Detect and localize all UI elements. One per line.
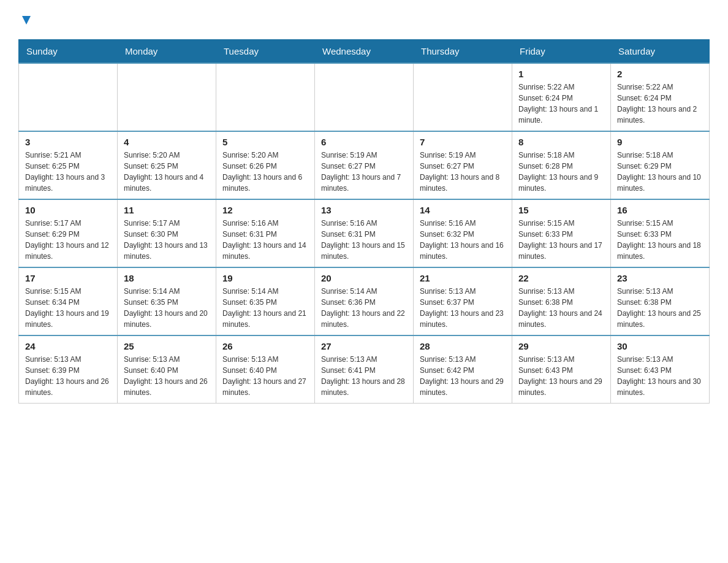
day-info: Sunrise: 5:22 AM Sunset: 6:24 PM Dayligh… — [617, 82, 703, 126]
week-row-3: 10Sunrise: 5:17 AM Sunset: 6:29 PM Dayli… — [19, 199, 710, 267]
day-number: 28 — [420, 341, 506, 351]
week-row-2: 3Sunrise: 5:21 AM Sunset: 6:25 PM Daylig… — [19, 131, 710, 199]
calendar-cell: 17Sunrise: 5:15 AM Sunset: 6:34 PM Dayli… — [19, 267, 118, 335]
day-info: Sunrise: 5:14 AM Sunset: 6:36 PM Dayligh… — [321, 286, 407, 330]
page-header — [18, 12, 710, 27]
day-number: 29 — [518, 341, 604, 351]
day-number: 19 — [222, 273, 308, 283]
day-info: Sunrise: 5:13 AM Sunset: 6:43 PM Dayligh… — [518, 354, 604, 398]
calendar-cell: 24Sunrise: 5:13 AM Sunset: 6:39 PM Dayli… — [19, 335, 118, 404]
day-info: Sunrise: 5:13 AM Sunset: 6:40 PM Dayligh… — [124, 354, 210, 398]
day-number: 16 — [617, 205, 703, 215]
header-thursday: Thursday — [414, 40, 512, 64]
day-info: Sunrise: 5:20 AM Sunset: 6:25 PM Dayligh… — [124, 150, 210, 194]
calendar-cell: 18Sunrise: 5:14 AM Sunset: 6:35 PM Dayli… — [118, 267, 216, 335]
header-friday: Friday — [512, 40, 611, 64]
calendar-cell: 23Sunrise: 5:13 AM Sunset: 6:38 PM Dayli… — [611, 267, 710, 335]
calendar-cell: 30Sunrise: 5:13 AM Sunset: 6:43 PM Dayli… — [611, 335, 710, 404]
day-info: Sunrise: 5:13 AM Sunset: 6:39 PM Dayligh… — [25, 354, 111, 398]
day-number: 8 — [518, 137, 604, 147]
day-number: 2 — [617, 69, 703, 79]
calendar-cell: 29Sunrise: 5:13 AM Sunset: 6:43 PM Dayli… — [512, 335, 611, 404]
calendar-cell: 15Sunrise: 5:15 AM Sunset: 6:33 PM Dayli… — [512, 199, 611, 267]
calendar-cell: 20Sunrise: 5:14 AM Sunset: 6:36 PM Dayli… — [315, 267, 414, 335]
day-number: 9 — [617, 137, 703, 147]
day-number: 18 — [124, 273, 210, 283]
day-number: 23 — [617, 273, 703, 283]
day-number: 25 — [124, 341, 210, 351]
day-number: 12 — [222, 205, 308, 215]
day-info: Sunrise: 5:19 AM Sunset: 6:27 PM Dayligh… — [420, 150, 506, 194]
day-info: Sunrise: 5:19 AM Sunset: 6:27 PM Dayligh… — [321, 150, 407, 194]
day-info: Sunrise: 5:13 AM Sunset: 6:43 PM Dayligh… — [617, 354, 703, 398]
calendar-cell: 9Sunrise: 5:18 AM Sunset: 6:29 PM Daylig… — [611, 131, 710, 199]
day-number: 10 — [25, 205, 111, 215]
header-sunday: Sunday — [19, 40, 118, 64]
day-info: Sunrise: 5:20 AM Sunset: 6:26 PM Dayligh… — [222, 150, 308, 194]
calendar-cell: 27Sunrise: 5:13 AM Sunset: 6:41 PM Dayli… — [315, 335, 414, 404]
day-info: Sunrise: 5:15 AM Sunset: 6:33 PM Dayligh… — [518, 218, 604, 262]
calendar-cell: 2Sunrise: 5:22 AM Sunset: 6:24 PM Daylig… — [611, 63, 710, 131]
calendar-cell: 22Sunrise: 5:13 AM Sunset: 6:38 PM Dayli… — [512, 267, 611, 335]
day-info: Sunrise: 5:18 AM Sunset: 6:29 PM Dayligh… — [617, 150, 703, 194]
day-info: Sunrise: 5:13 AM Sunset: 6:38 PM Dayligh… — [518, 286, 604, 330]
day-info: Sunrise: 5:13 AM Sunset: 6:40 PM Dayligh… — [222, 354, 308, 398]
calendar-cell: 14Sunrise: 5:16 AM Sunset: 6:32 PM Dayli… — [414, 199, 512, 267]
day-info: Sunrise: 5:16 AM Sunset: 6:32 PM Dayligh… — [420, 218, 506, 262]
header-monday: Monday — [118, 40, 216, 64]
calendar-cell: 8Sunrise: 5:18 AM Sunset: 6:28 PM Daylig… — [512, 131, 611, 199]
calendar-cell: 3Sunrise: 5:21 AM Sunset: 6:25 PM Daylig… — [19, 131, 118, 199]
calendar-cell: 11Sunrise: 5:17 AM Sunset: 6:30 PM Dayli… — [118, 199, 216, 267]
day-number: 27 — [321, 341, 407, 351]
day-info: Sunrise: 5:14 AM Sunset: 6:35 PM Dayligh… — [124, 286, 210, 330]
calendar-cell — [19, 63, 118, 131]
day-number: 20 — [321, 273, 407, 283]
day-number: 4 — [124, 137, 210, 147]
calendar-table: Sunday Monday Tuesday Wednesday Thursday… — [18, 39, 710, 404]
header-wednesday: Wednesday — [315, 40, 414, 64]
day-number: 24 — [25, 341, 111, 351]
day-number: 30 — [617, 341, 703, 351]
day-info: Sunrise: 5:15 AM Sunset: 6:33 PM Dayligh… — [617, 218, 703, 262]
calendar-cell: 4Sunrise: 5:20 AM Sunset: 6:25 PM Daylig… — [118, 131, 216, 199]
logo — [18, 12, 33, 27]
calendar-cell — [118, 63, 216, 131]
header-saturday: Saturday — [611, 40, 710, 64]
day-info: Sunrise: 5:16 AM Sunset: 6:31 PM Dayligh… — [222, 218, 308, 262]
day-number: 3 — [25, 137, 111, 147]
day-info: Sunrise: 5:13 AM Sunset: 6:42 PM Dayligh… — [420, 354, 506, 398]
day-number: 26 — [222, 341, 308, 351]
calendar-cell — [315, 63, 414, 131]
logo-triangle-icon — [20, 13, 33, 27]
day-info: Sunrise: 5:21 AM Sunset: 6:25 PM Dayligh… — [25, 150, 111, 194]
day-number: 17 — [25, 273, 111, 283]
calendar-cell: 25Sunrise: 5:13 AM Sunset: 6:40 PM Dayli… — [118, 335, 216, 404]
day-info: Sunrise: 5:13 AM Sunset: 6:41 PM Dayligh… — [321, 354, 407, 398]
day-number: 13 — [321, 205, 407, 215]
week-row-4: 17Sunrise: 5:15 AM Sunset: 6:34 PM Dayli… — [19, 267, 710, 335]
week-row-1: 1Sunrise: 5:22 AM Sunset: 6:24 PM Daylig… — [19, 63, 710, 131]
day-info: Sunrise: 5:13 AM Sunset: 6:38 PM Dayligh… — [617, 286, 703, 330]
day-number: 6 — [321, 137, 407, 147]
weekday-header-row: Sunday Monday Tuesday Wednesday Thursday… — [19, 40, 710, 64]
day-number: 7 — [420, 137, 506, 147]
day-number: 5 — [222, 137, 308, 147]
day-info: Sunrise: 5:16 AM Sunset: 6:31 PM Dayligh… — [321, 218, 407, 262]
calendar-cell: 21Sunrise: 5:13 AM Sunset: 6:37 PM Dayli… — [414, 267, 512, 335]
day-number: 1 — [518, 69, 604, 79]
calendar-cell: 10Sunrise: 5:17 AM Sunset: 6:29 PM Dayli… — [19, 199, 118, 267]
svg-marker-0 — [22, 16, 31, 25]
calendar-cell: 26Sunrise: 5:13 AM Sunset: 6:40 PM Dayli… — [216, 335, 315, 404]
day-info: Sunrise: 5:22 AM Sunset: 6:24 PM Dayligh… — [518, 82, 604, 126]
calendar-cell: 7Sunrise: 5:19 AM Sunset: 6:27 PM Daylig… — [414, 131, 512, 199]
header-tuesday: Tuesday — [216, 40, 315, 64]
day-info: Sunrise: 5:15 AM Sunset: 6:34 PM Dayligh… — [25, 286, 111, 330]
calendar-cell — [216, 63, 315, 131]
day-info: Sunrise: 5:14 AM Sunset: 6:35 PM Dayligh… — [222, 286, 308, 330]
day-number: 15 — [518, 205, 604, 215]
day-info: Sunrise: 5:18 AM Sunset: 6:28 PM Dayligh… — [518, 150, 604, 194]
calendar-cell: 12Sunrise: 5:16 AM Sunset: 6:31 PM Dayli… — [216, 199, 315, 267]
calendar-cell: 5Sunrise: 5:20 AM Sunset: 6:26 PM Daylig… — [216, 131, 315, 199]
calendar-cell: 19Sunrise: 5:14 AM Sunset: 6:35 PM Dayli… — [216, 267, 315, 335]
calendar-cell: 6Sunrise: 5:19 AM Sunset: 6:27 PM Daylig… — [315, 131, 414, 199]
